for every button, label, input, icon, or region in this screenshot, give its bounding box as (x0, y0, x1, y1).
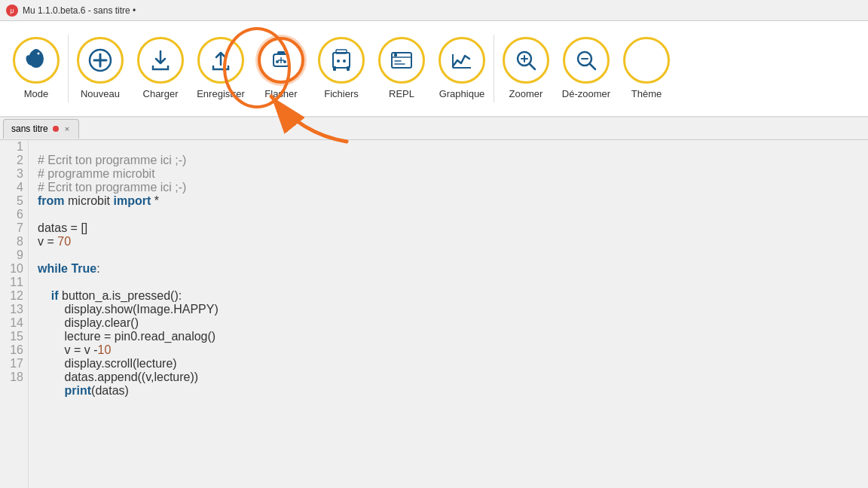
tab-label: sans titre (11, 124, 48, 134)
nouveau-button[interactable]: Nouveau (70, 24, 130, 113)
graphique-button[interactable]: Graphique (432, 24, 492, 113)
flasher-label: Flasher (264, 88, 297, 100)
svg-rect-14 (336, 50, 347, 53)
charger-button[interactable]: Charger (130, 24, 191, 113)
fichiers-label: Fichiers (324, 88, 359, 100)
graphique-icon (448, 47, 475, 74)
separator-1 (68, 35, 69, 102)
charger-icon-circle (137, 37, 184, 84)
zoomer-label: Zoomer (509, 88, 543, 100)
flasher-button[interactable]: Flasher (251, 24, 311, 113)
mode-label: Mode (24, 88, 49, 100)
editor-content: 1 2 3 4 5 6 7 8 9 10 11 12 13 14 15 16 1… (0, 140, 868, 488)
svg-line-31 (590, 64, 595, 69)
nouveau-icon-circle (77, 37, 124, 84)
mode-button[interactable]: Mode (6, 24, 66, 113)
zoomer-button[interactable]: Zoomer (496, 24, 556, 113)
svg-point-18 (343, 59, 346, 63)
code-editor[interactable]: # Ecrit ton programme ici ;-) # programm… (29, 140, 868, 488)
svg-line-27 (530, 64, 535, 69)
repl-icon-circle (378, 37, 425, 84)
dezoomer-button[interactable]: Dé-zoomer (556, 24, 616, 113)
theme-icon-circle (623, 37, 670, 84)
repl-button[interactable]: REPL (371, 24, 432, 113)
flasher-icon (267, 47, 295, 74)
line-numbers: 1 2 3 4 5 6 7 8 9 10 11 12 13 14 15 16 1… (0, 140, 29, 488)
svg-point-1 (32, 49, 41, 59)
enregistrer-icon-circle (197, 37, 244, 84)
tab-sans-titre[interactable]: sans titre × (3, 119, 79, 139)
repl-icon (388, 47, 415, 74)
enregistrer-label: Enregistrer (197, 88, 245, 100)
svg-rect-21 (394, 53, 397, 56)
dezoomer-icon (573, 47, 600, 74)
enregistrer-button[interactable]: Enregistrer (191, 24, 251, 113)
charger-icon (147, 47, 174, 74)
separator-2 (494, 35, 494, 102)
mode-icon-circle (13, 37, 60, 84)
svg-rect-8 (277, 51, 285, 55)
editor-wrapper: 1 2 3 4 5 6 7 8 9 10 11 12 13 14 15 16 1… (0, 140, 868, 488)
svg-rect-13 (333, 53, 350, 68)
tab-modified-dot (53, 126, 59, 132)
app-title: Mu 1.1.0.beta.6 - sans titre • (23, 5, 136, 16)
svg-rect-15 (333, 66, 336, 71)
svg-point-2 (38, 53, 40, 55)
svg-rect-16 (347, 66, 350, 71)
repl-label: REPL (389, 88, 414, 100)
tab-close-button[interactable]: × (63, 124, 71, 133)
dezoomer-label: Dé-zoomer (562, 88, 610, 100)
flasher-icon-circle (258, 37, 304, 84)
toolbar: Mode Nouveau Charger (0, 21, 868, 117)
fichiers-button[interactable]: Fichiers (311, 24, 371, 113)
fichiers-icon (328, 47, 355, 74)
enregistrer-icon (207, 47, 234, 74)
mode-icon (23, 47, 50, 74)
zoomer-icon-circle (503, 37, 549, 84)
nouveau-icon (87, 47, 114, 74)
graphique-label: Graphique (439, 88, 485, 100)
tab-bar: sans titre × (0, 117, 868, 140)
dezoomer-icon-circle (563, 37, 610, 84)
svg-point-17 (337, 59, 340, 63)
theme-icon (633, 47, 660, 74)
app-icon: μ (6, 5, 18, 17)
graphique-icon-circle (439, 37, 485, 84)
fichiers-icon-circle (318, 37, 365, 84)
title-bar: μ Mu 1.1.0.beta.6 - sans titre • (0, 0, 868, 21)
theme-button[interactable]: Thème (616, 24, 677, 113)
theme-label: Thème (631, 88, 662, 100)
zoomer-icon (512, 47, 539, 74)
nouveau-label: Nouveau (81, 88, 120, 100)
charger-label: Charger (143, 88, 179, 100)
